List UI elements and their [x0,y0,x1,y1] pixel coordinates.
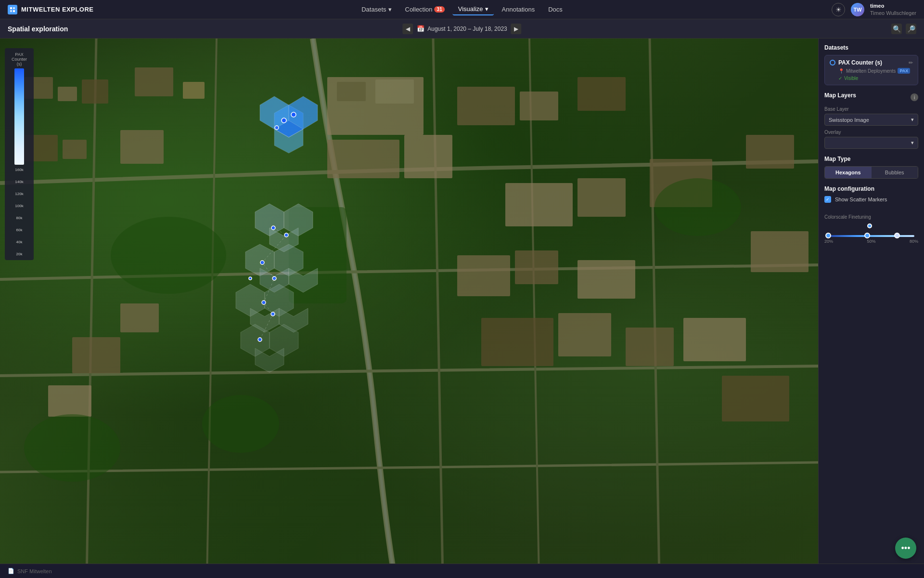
map-area[interactable]: PAXCounter (s) 160k 140k 120k 100k 80k 6… [0,39,818,578]
svg-marker-45 [274,129,303,153]
base-layer-value: Swisstopo Image [829,117,869,123]
page-title: Spatial exploration [8,25,68,33]
legend-label: 160k [15,168,23,172]
svg-marker-48 [284,204,313,236]
overlay-label: Overlay [824,130,918,135]
legend-label: 120k [15,192,23,196]
svg-rect-3 [13,10,15,12]
base-layer-select[interactable]: Swisstopo Image ▾ [824,114,918,126]
dataset-header: PAX Counter (s) ✏ [830,59,913,66]
svg-marker-59 [270,324,298,356]
calendar-icon: 📅 [417,25,424,32]
legend-label: 40k [16,240,23,244]
right-sidebar: Datasets PAX Counter (s) ✏ 📍 Mitwelten D… [818,39,924,578]
svg-rect-6 [82,79,108,104]
svg-rect-22 [650,159,712,207]
avatar: TW [851,3,864,16]
pax-badge: PAX [898,68,910,74]
colorscale-top-handle[interactable] [867,223,872,228]
svg-rect-28 [578,260,635,299]
svg-point-68 [262,301,266,304]
date-range: 📅 August 1, 2020 – July 18, 2023 [417,25,507,32]
svg-rect-11 [120,130,164,164]
main-content: PAXCounter (s) 160k 140k 120k 100k 80k 6… [0,39,924,578]
slider-label-50: 50% [867,239,875,244]
slider-handle-mid[interactable] [864,233,870,238]
fab-button[interactable]: ••• [895,538,916,559]
legend-label: 140k [15,180,23,184]
svg-point-61 [291,112,296,117]
svg-marker-42 [274,105,303,137]
svg-marker-52 [289,268,318,292]
svg-rect-39 [289,207,346,303]
nav-datasets[interactable]: Datasets ▾ [356,4,397,15]
datasets-section: Datasets PAX Counter (s) ✏ 📍 Mitwelten D… [824,44,918,85]
scatter-markers [249,112,296,342]
map-layers-section: Map Layers i Base Layer Swisstopo Image … [824,92,918,149]
nav-right: ☀ TW timeo Timeo Wullschleger [832,2,916,16]
svg-rect-10 [63,140,87,159]
map-legend: PAXCounter (s) 160k 140k 120k 100k 80k 6… [5,48,34,260]
slider-handle-right[interactable] [894,233,900,238]
chevron-down-icon-visualize: ▾ [485,5,488,13]
map-type-bubbles[interactable]: Bubbles [872,167,918,178]
svg-marker-47 [270,228,298,252]
sub-header: Spatial exploration ◀ 📅 August 1, 2020 –… [0,19,924,39]
dataset-name: PAX Counter (s) [838,59,906,66]
svg-point-40 [202,395,279,453]
edit-icon[interactable]: ✏ [909,60,913,66]
legend-label: 60k [16,228,23,232]
svg-point-69 [271,312,275,316]
location-icon: 📍 [838,68,844,74]
svg-point-65 [260,261,264,264]
svg-point-64 [284,233,288,237]
svg-rect-26 [457,255,510,296]
nav-annotations[interactable]: Annotations [496,4,541,15]
bottom-bar: 📄 SNF Mitwelten [0,564,924,578]
map-type-title: Map Type [824,156,918,162]
nav-collection[interactable]: Collection 31 [399,4,450,15]
map-layers-header: Map Layers i [824,92,918,103]
svg-rect-14 [375,79,414,104]
svg-marker-51 [274,244,303,276]
theme-toggle-button[interactable]: ☀ [832,3,845,16]
svg-marker-46 [255,204,284,236]
prev-arrow[interactable]: ◀ [402,24,413,34]
overlay-select[interactable]: ▾ [824,137,918,149]
svg-rect-18 [520,92,558,120]
legend-label: 100k [15,204,23,208]
svg-marker-49 [245,244,274,276]
svg-marker-44 [260,96,289,129]
scatter-markers-label: Show Scatter Markers [835,197,887,202]
slider-label-20: 20% [824,239,833,244]
scatter-markers-row: ✓ Show Scatter Markers [824,196,918,203]
dataset-indicator [830,60,835,66]
snf-logo: 📄 SNF Mitwelten [8,568,52,574]
legend-labels: 160k 140k 120k 100k 80k 60k 40k 20k [9,168,30,256]
svg-marker-43 [289,96,318,129]
scatter-markers-checkbox[interactable]: ✓ [824,196,831,203]
map-config-section: Map configuration ✓ Show Scatter Markers [824,185,918,208]
svg-rect-35 [722,376,789,421]
map-type-hexagons[interactable]: Hexagons [825,167,872,178]
svg-rect-21 [578,178,626,217]
slider-handle-left[interactable] [825,233,831,238]
svg-marker-50 [260,268,289,292]
nav-docs[interactable]: Docs [542,4,568,15]
zoom-out-button[interactable]: 🔍 [891,24,902,34]
svg-rect-17 [457,87,515,125]
legend-label: 80k [16,216,23,220]
map-type-section: Map Type Hexagons Bubbles [824,156,918,179]
next-arrow[interactable]: ▶ [511,24,522,34]
user-subtitle: Timeo Wullschleger [870,10,916,16]
nav-center: Datasets ▾ Collection 31 Visualize ▾ Ann… [356,3,568,15]
svg-rect-0 [10,7,12,9]
zoom-in-button[interactable]: 🔎 [906,24,916,34]
svg-point-70 [258,338,262,342]
colorscale-slider[interactable] [828,235,914,237]
svg-rect-8 [183,82,205,99]
map-config-title: Map configuration [824,185,918,192]
info-icon[interactable]: i [911,93,918,101]
hex-cluster-blue [260,96,318,153]
nav-visualize[interactable]: Visualize ▾ [452,3,494,15]
